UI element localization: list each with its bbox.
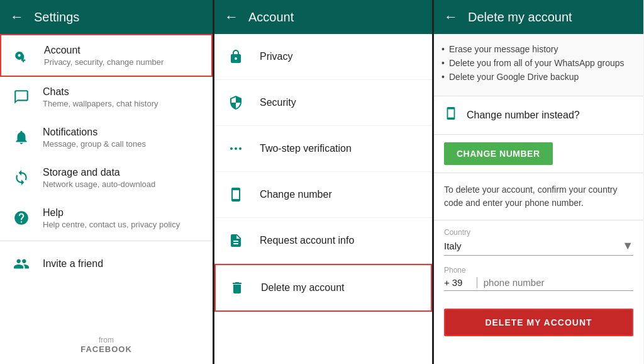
- delete-content: Erase your message history Delete you fr…: [434, 34, 643, 364]
- key-icon: [11, 44, 34, 67]
- account-header: ← Account: [214, 0, 432, 34]
- delete-back-button[interactable]: ←: [444, 9, 458, 25]
- settings-item-invite[interactable]: Invite a friend: [0, 244, 213, 284]
- delete-btn-section: DELETE MY ACCOUNT: [434, 299, 643, 346]
- help-item-text: Help Help centre, contact us, privacy po…: [43, 207, 180, 229]
- help-item-title: Help: [43, 207, 180, 219]
- bell-icon: [10, 126, 33, 149]
- notifications-item-title: Notifications: [43, 127, 146, 138]
- settings-item-help[interactable]: Help Help centre, contact us, privacy po…: [0, 198, 213, 238]
- invite-item-title: Invite a friend: [43, 258, 103, 270]
- svg-point-0: [230, 147, 233, 150]
- account-item-subtitle: Privacy, security, change number: [44, 57, 164, 67]
- friends-icon: [10, 253, 33, 275]
- country-select[interactable]: Italy Germany France United States Unite…: [444, 241, 622, 251]
- change-number-section: Change number instead?: [434, 96, 643, 135]
- phone-icon: [225, 183, 247, 206]
- security-label: Security: [260, 97, 296, 108]
- chats-item-text: Chats Theme, wallpapers, chat history: [43, 86, 158, 108]
- request-info-label: Request account info: [260, 235, 354, 246]
- settings-list: Account Privacy, security, change number…: [0, 34, 213, 364]
- phone-code-input[interactable]: [452, 277, 477, 288]
- delete-account-panel: ← Delete my account Erase your message h…: [434, 0, 643, 364]
- help-item-subtitle: Help centre, contact us, privacy policy: [43, 220, 180, 229]
- notifications-item-text: Notifications Message, group & call tone…: [43, 127, 146, 149]
- consequences-list: Erase your message history Delete you fr…: [434, 34, 643, 96]
- lock-icon: [225, 45, 247, 68]
- bullet-2: Delete you from all of your WhatsApp gro…: [444, 58, 633, 68]
- trash-icon: [226, 276, 248, 299]
- account-item-security[interactable]: Security: [214, 80, 432, 126]
- account-panel: ← Account Privacy Security Two-step veri…: [214, 0, 434, 364]
- two-step-label: Two-step verification: [260, 143, 352, 154]
- settings-header: ← Settings: [0, 0, 213, 34]
- settings-item-notifications[interactable]: Notifications Message, group & call tone…: [0, 117, 213, 157]
- country-label: Country: [444, 228, 633, 237]
- account-item-request-info[interactable]: Request account info: [214, 218, 432, 264]
- bullet-3: Delete your Google Drive backup: [444, 72, 633, 82]
- notifications-item-subtitle: Message, group & call tones: [43, 139, 146, 149]
- chats-item-subtitle: Theme, wallpapers, chat history: [43, 99, 158, 108]
- change-number-btn-section: CHANGE NUMBER: [434, 135, 643, 173]
- settings-item-account[interactable]: Account Privacy, security, change number: [0, 34, 213, 77]
- chat-icon: [10, 86, 33, 108]
- dots-icon: [225, 137, 247, 160]
- svg-point-1: [235, 147, 237, 150]
- chevron-down-icon: ▼: [622, 239, 633, 253]
- account-item-two-step[interactable]: Two-step verification: [214, 126, 432, 172]
- facebook-brand: FACEBOOK: [10, 344, 203, 354]
- change-number-instead-label: Change number instead?: [467, 110, 580, 121]
- change-number-icon: [444, 106, 458, 124]
- settings-back-button[interactable]: ←: [10, 9, 24, 25]
- storage-item-title: Storage and data: [43, 167, 155, 178]
- delete-account-label: Delete my account: [261, 282, 345, 293]
- change-number-label: Change number: [260, 189, 332, 200]
- settings-title: Settings: [34, 10, 79, 25]
- delete-account-button[interactable]: DELETE MY ACCOUNT: [444, 309, 633, 336]
- delete-header: ← Delete my account: [434, 0, 643, 34]
- account-item-change-number[interactable]: Change number: [214, 172, 432, 218]
- divider: [0, 241, 213, 241]
- account-title: Account: [248, 10, 294, 25]
- doc-icon: [225, 229, 247, 252]
- storage-icon: [10, 166, 33, 189]
- phone-plus: +: [444, 277, 450, 288]
- facebook-footer: from FACEBOOK: [0, 326, 213, 364]
- delete-instructions: To delete your account, confirm your cou…: [434, 173, 643, 220]
- chats-item-title: Chats: [43, 86, 158, 98]
- phone-row: +: [444, 277, 633, 291]
- svg-point-2: [239, 147, 242, 150]
- account-back-button[interactable]: ←: [225, 9, 238, 25]
- account-item-delete[interactable]: Delete my account: [214, 264, 432, 312]
- privacy-label: Privacy: [260, 51, 292, 62]
- delete-instructions-text: To delete your account, confirm your cou…: [444, 183, 633, 210]
- invite-item-text: Invite a friend: [43, 258, 103, 270]
- settings-item-chats[interactable]: Chats Theme, wallpapers, chat history: [0, 77, 213, 117]
- help-icon: [10, 207, 33, 229]
- from-label: from: [10, 336, 203, 344]
- account-item-title: Account: [44, 45, 164, 56]
- phone-section: Phone +: [434, 261, 643, 299]
- phone-number-input[interactable]: [484, 277, 633, 288]
- settings-panel: ← Settings Account Privacy, security, ch…: [0, 0, 214, 364]
- account-list: Privacy Security Two-step verification C…: [214, 34, 432, 364]
- delete-title: Delete my account: [468, 10, 572, 25]
- account-item-privacy[interactable]: Privacy: [214, 34, 432, 80]
- phone-label: Phone: [444, 266, 633, 275]
- storage-item-text: Storage and data Network usage, auto-dow…: [43, 167, 155, 189]
- storage-item-subtitle: Network usage, auto-download: [43, 179, 155, 189]
- shield-icon: [225, 91, 247, 114]
- account-item-text: Account Privacy, security, change number: [44, 45, 164, 67]
- change-number-button[interactable]: CHANGE NUMBER: [444, 142, 553, 165]
- bullet-1: Erase your message history: [444, 44, 633, 54]
- country-select-wrapper: Italy Germany France United States Unite…: [444, 239, 633, 256]
- settings-item-storage[interactable]: Storage and data Network usage, auto-dow…: [0, 157, 213, 198]
- country-section: Country Italy Germany France United Stat…: [434, 220, 643, 261]
